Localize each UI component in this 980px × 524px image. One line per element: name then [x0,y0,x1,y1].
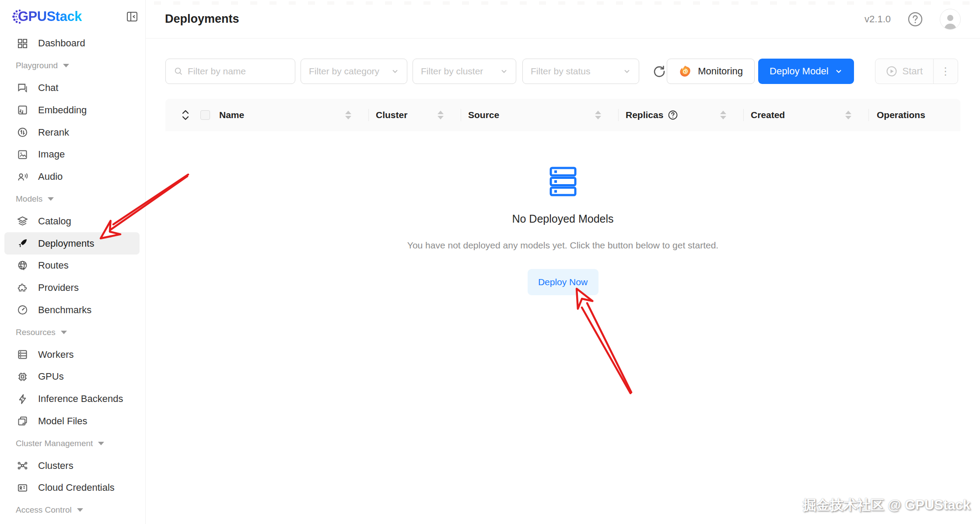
sidebar-item-model-files[interactable]: Model Files [4,410,140,433]
sidebar-item-label: Rerank [38,127,69,138]
sort-all-icon[interactable] [181,109,190,121]
monitoring-button[interactable]: Monitoring [667,59,755,84]
sidebar-item-label: Workers [38,349,74,360]
caret-down-icon [63,64,69,67]
app-logo: GPUStack [18,9,82,24]
filter-cluster-select[interactable]: Filter by cluster [413,59,516,84]
deploy-model-button[interactable]: Deploy Model [758,59,854,84]
sidebar-section-cluster-management[interactable]: Cluster Management [4,432,140,454]
caret-down-icon [61,331,67,334]
sidebar-item-label: Providers [38,282,79,293]
filter-name-input[interactable] [188,66,287,77]
sidebar-item-catalog[interactable]: Catalog [4,210,140,232]
empty-state-title: No Deployed Models [512,213,613,225]
globe-icon [17,260,28,272]
version-label: v2.1.0 [864,14,891,25]
sorter-icon[interactable] [438,111,444,119]
user-avatar[interactable] [940,9,961,30]
refresh-icon[interactable] [652,64,666,78]
main-content: Deployments v2.1.0 [146,0,980,524]
sidebar-item-embedding[interactable]: Embedding [4,99,140,121]
caret-down-icon [48,197,54,201]
replicas-help-icon[interactable] [668,110,678,120]
sorter-icon[interactable] [720,111,726,119]
caret-down-icon [77,508,83,512]
image-icon [17,149,28,161]
sidebar-item-image[interactable]: Image [4,143,140,166]
table-column-name[interactable]: Name [219,99,369,131]
deployments-empty-icon [548,166,578,197]
sidebar-item-gpus[interactable]: GPUs [4,366,140,388]
column-label: Created [751,110,785,120]
filter-category-select[interactable]: Filter by category [301,59,407,84]
sidebar-item-label: Deployments [38,238,94,249]
collapse-sidebar-icon[interactable] [126,10,138,23]
sidebar-item-rerank[interactable]: Rerank [4,121,140,143]
sidebar-item-benchmarks[interactable]: Benchmarks [4,299,140,321]
column-label: Operations [877,110,925,120]
sidebar: GPUStack Dashboard Playground Chat Embed [0,0,146,524]
topbar: Deployments v2.1.0 [146,0,980,38]
table-header-tools [165,99,219,131]
filter-category-placeholder: Filter by category [309,66,379,77]
chevron-down-icon [500,67,508,75]
sidebar-item-label: GPUs [38,371,64,382]
sidebar-item-label: Routes [38,260,69,271]
server-icon [17,349,28,360]
sidebar-item-routes[interactable]: Routes [4,255,140,277]
app-root: GPUStack Dashboard Playground Chat Embed [0,0,980,524]
empty-state-description: You have not deployed any models yet. Cl… [407,240,718,251]
sidebar-item-providers[interactable]: Providers [4,277,140,299]
deploy-now-button[interactable]: Deploy Now [528,269,598,295]
rerank-icon [17,126,28,138]
sidebar-item-label: Image [38,149,65,160]
start-button[interactable]: Start [875,59,933,84]
embedding-icon [17,104,28,116]
sidebar-section-models[interactable]: Models [4,188,140,210]
logo-row: GPUStack [11,7,138,26]
sidebar-item-dashboard[interactable]: Dashboard [4,32,140,55]
chat-icon [17,82,28,94]
clipped-watermark-strip [0,1,980,5]
sidebar-item-chat[interactable]: Chat [4,77,140,99]
table-column-created[interactable]: Created [744,99,869,131]
sidebar-section-playground[interactable]: Playground [4,55,140,77]
select-all-checkbox[interactable] [200,110,210,120]
person-icon [942,12,959,29]
sidebar-item-inference-backends[interactable]: Inference Backends [4,388,140,410]
sidebar-item-label: Chat [38,82,58,94]
grafana-icon [679,65,692,78]
sidebar-item-deployments[interactable]: Deployments [4,232,140,255]
filter-cluster-placeholder: Filter by cluster [421,66,483,77]
sidebar-item-workers[interactable]: Workers [4,343,140,366]
table-header: Name Cluster Source Replicas Cr [165,99,960,131]
chevron-down-icon [835,67,843,75]
play-circle-icon [886,66,897,77]
sidebar-item-label: Clusters [38,460,74,472]
sidebar-item-clusters[interactable]: Clusters [4,454,140,477]
filter-name-field[interactable] [165,59,295,84]
sorter-icon[interactable] [595,111,601,119]
sidebar-item-label: Model Files [38,416,87,427]
sidebar-section-access-control[interactable]: Access Control [4,499,140,521]
chevron-down-icon [623,67,631,75]
caret-down-icon [98,442,104,445]
sorter-icon[interactable] [345,111,351,119]
search-icon [174,66,183,76]
more-actions-button[interactable]: ⋮ [933,59,958,84]
sidebar-section-label: Access Control [16,505,72,515]
filter-status-select[interactable]: Filter by status [522,59,639,84]
column-label: Source [468,110,499,120]
help-icon[interactable] [907,11,923,27]
watermark-text: 掘金技术社区 @ GPUStack [803,496,970,514]
sidebar-item-audio[interactable]: Audio [4,166,140,188]
sidebar-item-label: Catalog [38,216,71,227]
deploy-model-label: Deploy Model [770,66,829,77]
table-column-cluster[interactable]: Cluster [369,99,461,131]
table-column-source[interactable]: Source [461,99,619,131]
sidebar-item-cloud-credentials[interactable]: Cloud Credentials [4,477,140,499]
sidebar-section-resources[interactable]: Resources [4,321,140,343]
table-column-replicas[interactable]: Replicas [619,99,744,131]
sorter-icon[interactable] [845,111,851,119]
sidebar-item-label: Embedding [38,105,87,116]
